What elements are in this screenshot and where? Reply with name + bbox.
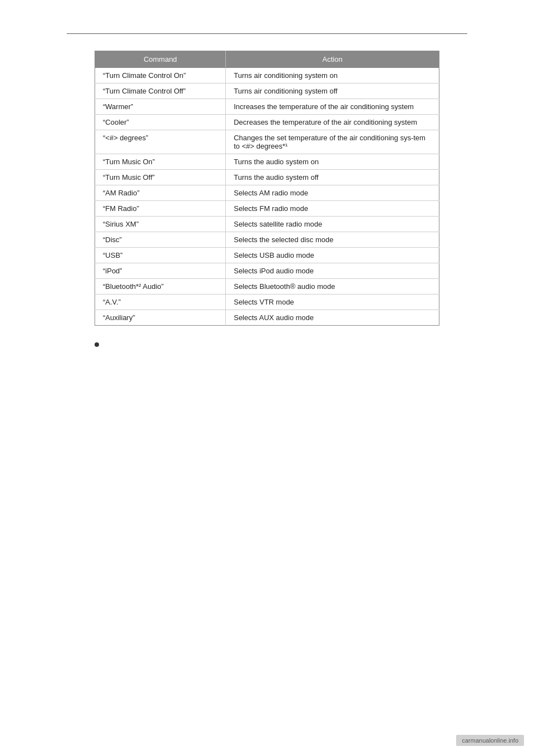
- command-cell: “A.V.”: [95, 294, 226, 310]
- action-cell: Changes the set temperature of the air c…: [226, 130, 439, 154]
- command-cell: “Turn Music On”: [95, 154, 226, 170]
- command-cell: “iPod”: [95, 263, 226, 279]
- action-cell: Selects Bluetooth® audio mode: [226, 279, 439, 294]
- action-cell: Selects AM radio mode: [226, 185, 439, 201]
- command-cell: “AM Radio”: [95, 185, 226, 201]
- table-row: “Turn Music On”Turns the audio system on: [95, 154, 439, 170]
- table-row: “AM Radio”Selects AM radio mode: [95, 185, 439, 201]
- action-header: Action: [226, 51, 439, 68]
- action-cell: Selects FM radio mode: [226, 201, 439, 217]
- table-row: “<#> degrees”Changes the set temperature…: [95, 130, 439, 154]
- footnote-bullet: [95, 342, 99, 347]
- action-cell: Selects the selected disc mode: [226, 232, 439, 248]
- action-cell: Decreases the temperature of the air con…: [226, 115, 439, 130]
- table-wrapper: Command Action “Turn Climate Control On”…: [95, 51, 439, 326]
- command-cell: “Warmer”: [95, 99, 226, 115]
- action-cell: Selects VTR mode: [226, 294, 439, 310]
- command-cell: “Auxiliary”: [95, 310, 226, 326]
- table-row: “Warmer”Increases the temperature of the…: [95, 99, 439, 115]
- command-header: Command: [95, 51, 226, 68]
- table-row: “Auxiliary”Selects AUX audio mode: [95, 310, 439, 326]
- action-cell: Turns the audio system on: [226, 154, 439, 170]
- command-cell: “Turn Climate Control Off”: [95, 84, 226, 99]
- table-row: “Turn Climate Control Off”Turns air cond…: [95, 84, 439, 99]
- action-cell: Selects AUX audio mode: [226, 310, 439, 326]
- table-row: “iPod”Selects iPod audio mode: [95, 263, 439, 279]
- table-row: “Cooler”Decreases the temperature of the…: [95, 115, 439, 130]
- command-cell: “Disc”: [95, 232, 226, 248]
- footnote-area: [95, 342, 439, 352]
- watermark: carmanualonline.info: [456, 735, 524, 746]
- command-cell: “USB”: [95, 248, 226, 263]
- table-row: “Disc”Selects the selected disc mode: [95, 232, 439, 248]
- table-row: “Turn Climate Control On”Turns air condi…: [95, 68, 439, 84]
- table-row: “Bluetooth*² Audio”Selects Bluetooth® au…: [95, 279, 439, 294]
- table-row: “FM Radio”Selects FM radio mode: [95, 201, 439, 217]
- table-row: “USB”Selects USB audio mode: [95, 248, 439, 263]
- command-cell: “Sirius XM”: [95, 217, 226, 232]
- command-cell: “FM Radio”: [95, 201, 226, 217]
- table-row: “A.V.”Selects VTR mode: [95, 294, 439, 310]
- command-cell: “Cooler”: [95, 115, 226, 130]
- command-cell: “Turn Music Off”: [95, 170, 226, 185]
- table-row: “Turn Music Off”Turns the audio system o…: [95, 170, 439, 185]
- action-cell: Turns the audio system off: [226, 170, 439, 185]
- commands-table: Command Action “Turn Climate Control On”…: [95, 51, 439, 326]
- action-cell: Turns air conditioning system off: [226, 84, 439, 99]
- top-rule: [67, 33, 467, 34]
- page-container: Command Action “Turn Climate Control On”…: [0, 0, 534, 756]
- action-cell: Selects satellite radio mode: [226, 217, 439, 232]
- action-cell: Turns air conditioning system on: [226, 68, 439, 84]
- command-cell: “Bluetooth*² Audio”: [95, 279, 226, 294]
- action-cell: Selects iPod audio mode: [226, 263, 439, 279]
- table-row: “Sirius XM”Selects satellite radio mode: [95, 217, 439, 232]
- command-cell: “<#> degrees”: [95, 130, 226, 154]
- action-cell: Selects USB audio mode: [226, 248, 439, 263]
- action-cell: Increases the temperature of the air con…: [226, 99, 439, 115]
- table-header-row: Command Action: [95, 51, 439, 68]
- command-cell: “Turn Climate Control On”: [95, 68, 226, 84]
